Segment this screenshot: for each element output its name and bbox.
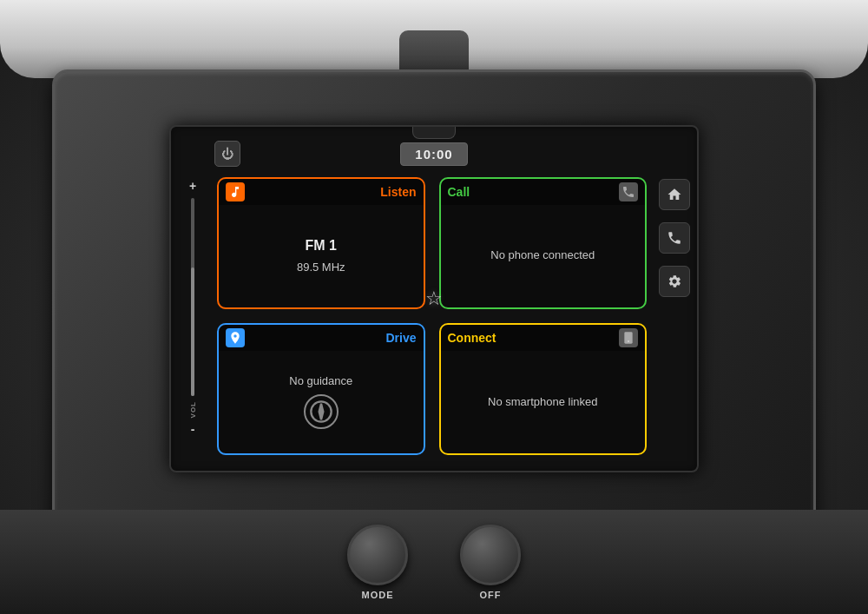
drive-title: Drive [385, 331, 416, 345]
volume-slider[interactable] [191, 198, 194, 397]
drive-content: No guidance [219, 351, 424, 453]
center-star[interactable]: ☆ [425, 287, 443, 310]
call-title: Call [448, 185, 470, 199]
off-knob[interactable] [460, 525, 521, 585]
call-content: No phone connected [441, 205, 646, 307]
mode-knob[interactable] [347, 525, 408, 585]
listen-header: Listen [219, 179, 424, 205]
mode-label: MODE [362, 590, 394, 600]
listen-content: FM 1 89.5 MHz [219, 205, 424, 307]
listen-panel[interactable]: Listen FM 1 89.5 MHz [210, 170, 432, 316]
volume-minus[interactable]: - [191, 422, 195, 436]
steering-column [399, 30, 469, 74]
right-icons-panel [659, 179, 690, 297]
main-screen: ⏻ 10:00 + VOL - [169, 125, 699, 472]
off-knob-container: OFF [460, 525, 521, 600]
volume-label: VOL [189, 401, 197, 418]
call-panel[interactable]: Call No phone connected [432, 170, 654, 316]
connect-panel[interactable]: Connect No smartphone linked [432, 316, 654, 462]
time-display: 10:00 [400, 142, 467, 166]
header-bar: 10:00 [171, 139, 697, 170]
listen-panel-inner: Listen FM 1 89.5 MHz [217, 177, 425, 309]
connect-header: Connect [441, 325, 646, 351]
call-panel-inner: Call No phone connected [439, 177, 648, 309]
unit-bezel: ⏻ 10:00 + VOL - [52, 69, 816, 527]
top-dashboard [0, 0, 868, 78]
connect-panel-inner: Connect No smartphone linked [439, 323, 648, 455]
drive-header: Drive [219, 325, 424, 351]
drive-panel-inner: Drive No guidance [217, 323, 425, 455]
main-content-grid: Listen FM 1 89.5 MHz Call [210, 170, 654, 462]
listen-title: Listen [380, 185, 416, 199]
drive-panel[interactable]: Drive No guidance [210, 316, 432, 462]
connect-title: Connect [448, 331, 496, 345]
call-header: Call [441, 179, 646, 205]
connect-content: No smartphone linked [441, 351, 646, 453]
bottom-controls: MODE OFF [0, 510, 868, 614]
call-icon [619, 182, 638, 201]
connect-icon [619, 328, 638, 347]
mode-knob-container: MODE [347, 525, 408, 600]
volume-fill [191, 267, 194, 397]
no-guidance-text: No guidance [289, 374, 352, 387]
svg-marker-1 [319, 404, 323, 420]
phone-button[interactable] [659, 222, 690, 254]
fm-label: FM 1 [306, 238, 337, 254]
listen-icon [226, 182, 245, 201]
car-surround: ⏻ 10:00 + VOL - [0, 0, 868, 614]
off-label: OFF [480, 590, 502, 600]
no-phone-text: No phone connected [490, 248, 595, 263]
volume-plus[interactable]: + [189, 179, 196, 193]
volume-control[interactable]: + VOL - [184, 179, 201, 436]
frequency-label: 89.5 MHz [297, 261, 345, 274]
settings-button[interactable] [659, 266, 690, 297]
no-smartphone-text: No smartphone linked [488, 395, 597, 408]
compass-icon [304, 394, 339, 429]
home-button[interactable] [659, 179, 690, 210]
drive-icon [226, 328, 245, 347]
camera-notch [412, 127, 456, 139]
